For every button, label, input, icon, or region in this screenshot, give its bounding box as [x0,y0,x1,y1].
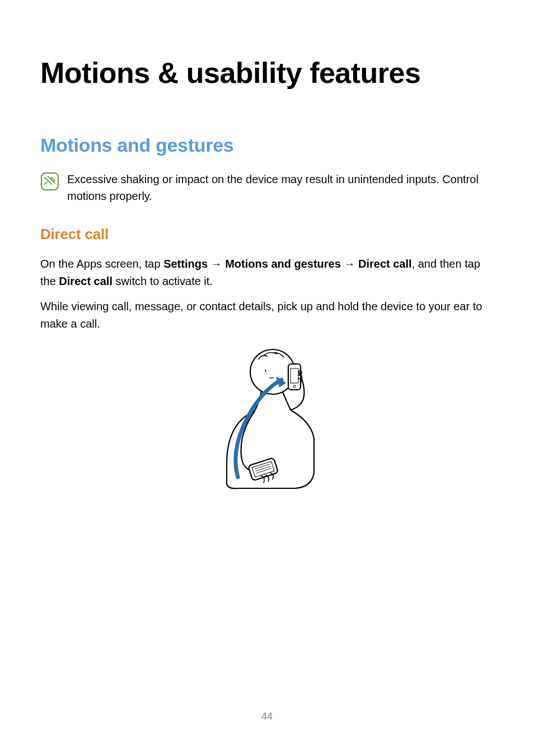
text-pre: On the Apps screen, tap [40,258,163,270]
svg-rect-2 [288,364,301,390]
subsection-heading-direct-call: Direct call [40,226,494,243]
section-heading-motions: Motions and gestures [40,134,494,156]
illustration-container [40,344,494,501]
paragraph-description: While viewing call, message, or contact … [40,298,494,333]
note-icon [40,172,59,193]
page-title: Motions & usability features [40,56,494,90]
bold-directcall-1: Direct call [358,258,412,270]
bold-settings: Settings [163,258,208,270]
arrow-1: → [208,258,225,270]
page-number: 44 [0,711,534,722]
bold-motions: Motions and gestures [225,258,341,270]
note-block: Excessive shaking or impact on the devic… [40,171,494,204]
text-post: switch to activate it. [113,275,213,287]
svg-rect-0 [41,173,58,190]
direct-call-illustration [194,344,340,501]
bold-directcall-2: Direct call [59,275,113,287]
arrow-2: → [341,258,358,270]
paragraph-instructions: On the Apps screen, tap Settings → Motio… [40,255,494,290]
note-text: Excessive shaking or impact on the devic… [67,171,494,204]
